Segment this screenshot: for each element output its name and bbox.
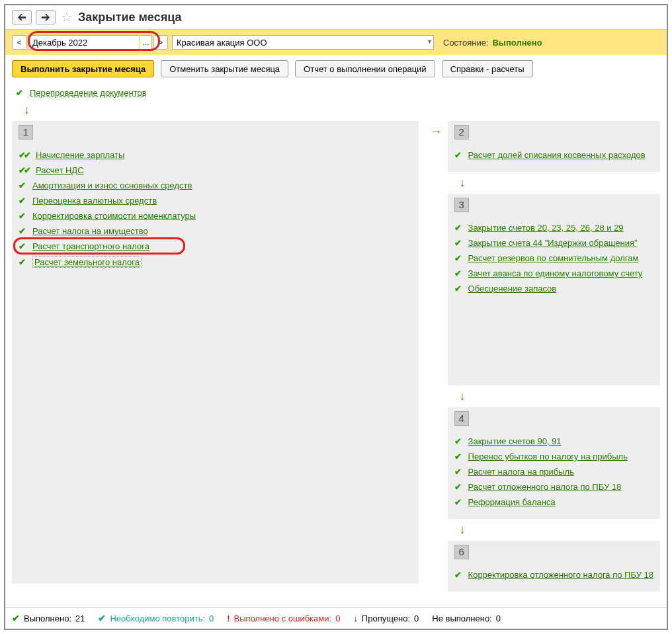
check-icon: ✔ <box>454 467 462 477</box>
op-transport-tax: ✔ Расчет транспортного налога <box>19 241 412 251</box>
filter-toolbar: < … > ▾ Состояние: Выполнено <box>5 30 667 55</box>
op-link[interactable]: Расчет отложенного налога по ПБУ 18 <box>468 482 622 492</box>
check-icon: ✔ <box>454 452 462 461</box>
arrow-down-icon: ↓ <box>460 389 660 403</box>
pre-operation: ✔ Перепроведение документов <box>16 88 660 98</box>
back-button[interactable]: 🡨 <box>12 10 32 24</box>
check-icon: ✔ <box>19 180 26 190</box>
check-icon: ✔ <box>454 436 462 446</box>
stat-errors: ! Выполнено с ошибками: 0 <box>227 614 340 623</box>
stage-4-number: 4 <box>454 411 469 426</box>
references-button[interactable]: Справки - расчеты <box>442 60 533 77</box>
op-link[interactable]: Начисление зарплаты <box>36 150 124 160</box>
content-area: ✔ Перепроведение документов ↓ 1 ✔✔ Начис… <box>5 83 667 607</box>
period-prev-button[interactable]: < <box>12 35 26 50</box>
stat-notdone: Не выполнено: 0 <box>432 614 501 623</box>
stage-4-block: 4 ✔Закрытие счетов 90, 91 ✔Перенос убытк… <box>448 407 660 519</box>
op-link[interactable]: Расчет земельного налога <box>32 257 142 268</box>
op-link[interactable]: Обесценение запасов <box>468 284 557 294</box>
page-title: Закрытие месяца <box>78 11 181 24</box>
forward-button[interactable]: 🡪 <box>36 10 56 24</box>
op-link[interactable]: Расчет долей списания косвенных расходов <box>468 150 646 160</box>
check-icon: ✔ <box>454 238 462 248</box>
check-icon: ✔ <box>19 226 26 236</box>
op-link[interactable]: Расчет НДС <box>36 165 84 175</box>
op-link[interactable]: Закрытие счетов 90, 91 <box>468 436 562 446</box>
stage-3-number: 3 <box>454 198 469 212</box>
op-currency-revaluation: ✔ Переоценка валютных средств <box>19 196 412 206</box>
op-link[interactable]: Расчет налога на имущество <box>32 226 148 236</box>
stat-repeat: ✔ Необходимо повторить: 0 <box>98 613 214 623</box>
stage-3-block: 3 ✔Закрытие счетов 20, 23, 25, 26, 28 и … <box>448 194 660 385</box>
check-icon: ✔ <box>454 268 462 278</box>
stage-1-column: 1 ✔✔ Начисление зарплаты ✔✔ Расчет НДС ✔… <box>12 121 419 585</box>
op-cost-correction: ✔ Корректировка стоимости номенклатуры <box>19 211 412 221</box>
operations-report-button[interactable]: Отчет о выполнении операций <box>295 60 435 77</box>
check-icon: ✔ <box>454 482 462 492</box>
check-icon: ✔ <box>454 497 462 507</box>
action-toolbar: Выполнить закрытие месяца Отменить закры… <box>5 55 667 83</box>
op-link[interactable]: Расчет резервов по сомнительным долгам <box>468 253 639 263</box>
stage-6-number: 6 <box>454 545 469 559</box>
main-window: 🡨 🡪 ☆ Закрытие месяца < … > ▾ Состояние:… <box>4 4 668 630</box>
stage-2-number: 2 <box>454 125 469 139</box>
arrow-down-icon: ↓ <box>460 176 660 190</box>
check-icon: ✔ <box>454 150 462 160</box>
op-link[interactable]: Перенос убытков по налогу на прибыль <box>468 452 628 461</box>
stat-skipped: ↓ Пропущено: 0 <box>353 614 419 623</box>
op-link[interactable]: Зачет аванса по единому налоговому счету <box>468 268 643 278</box>
check-icon: ✔ <box>19 257 26 267</box>
organization-select[interactable] <box>172 35 434 50</box>
arrow-right-icon: → <box>431 125 442 139</box>
error-icon: ! <box>227 614 230 623</box>
check-icon: ✔ <box>454 284 462 294</box>
check-icon: ✔ <box>454 253 462 263</box>
arrow-down-icon: ↓ <box>24 103 660 117</box>
op-property-tax: ✔ Расчет налога на имущество <box>19 226 412 236</box>
op-link[interactable]: Корректировка отложенного налога по ПБУ … <box>468 570 653 580</box>
check-icon: ✔ <box>19 211 26 221</box>
double-check-icon: ✔✔ <box>19 165 29 175</box>
stage-6-block: 6 ✔Корректировка отложенного налога по П… <box>448 541 660 592</box>
op-vat: ✔✔ Расчет НДС <box>19 165 412 175</box>
cancel-close-button[interactable]: Отменить закрытие месяца <box>161 60 288 77</box>
execute-close-button[interactable]: Выполнить закрытие месяца <box>12 60 154 77</box>
stage-1-block: 1 ✔✔ Начисление зарплаты ✔✔ Расчет НДС ✔… <box>12 121 419 584</box>
double-check-icon: ✔✔ <box>19 150 29 160</box>
op-link[interactable]: Реформация баланса <box>468 497 556 507</box>
period-choose-button[interactable]: … <box>140 35 152 50</box>
op-payroll: ✔✔ Начисление зарплаты <box>19 150 412 160</box>
op-link[interactable]: Корректировка стоимости номенклатуры <box>32 211 196 221</box>
check-icon: ✔ <box>19 241 26 251</box>
op-link[interactable]: Расчет налога на прибыль <box>468 467 574 477</box>
period-picker: < … > <box>12 35 168 50</box>
check-icon: ✔ <box>19 196 26 206</box>
skip-arrow-icon: ↓ <box>353 614 358 623</box>
op-link[interactable]: Закрытие счетов 20, 23, 25, 26, 28 и 29 <box>468 223 624 233</box>
op-link[interactable]: Расчет транспортного налога <box>32 241 149 251</box>
stage-1-number: 1 <box>19 125 33 139</box>
status-bar: ✔ Выполнено: 21 ✔ Необходимо повторить: … <box>5 607 667 629</box>
check-icon: ✔ <box>16 88 23 98</box>
favorite-star-icon[interactable]: ☆ <box>61 9 73 25</box>
right-stages: → 2 ✔ Расчет долей списания косвенных ра… <box>431 121 660 593</box>
check-icon: ✔ <box>454 223 462 233</box>
op-depreciation: ✔ Амортизация и износ основных средств <box>19 180 412 190</box>
status-value: Выполнено <box>492 38 542 48</box>
period-next-button[interactable]: > <box>153 35 168 50</box>
status-label: Состояние: <box>443 38 488 48</box>
period-input[interactable] <box>28 35 139 50</box>
recheck-icon: ✔ <box>98 613 106 623</box>
arrow-down-icon: ↓ <box>460 523 660 537</box>
op-land-tax: ✔ Расчет земельного налога <box>19 257 412 268</box>
titlebar: 🡨 🡪 ☆ Закрытие месяца <box>5 5 667 30</box>
check-icon: ✔ <box>454 570 462 580</box>
op-link[interactable]: Переоценка валютных средств <box>32 196 157 206</box>
op-link[interactable]: Закрытие счета 44 "Издержки обращения" <box>468 238 638 248</box>
stage-2-block: 2 ✔ Расчет долей списания косвенных расх… <box>448 121 660 172</box>
stat-done: ✔ Выполнено: 21 <box>12 613 85 623</box>
check-icon: ✔ <box>12 613 20 623</box>
repost-documents-link[interactable]: Перепроведение документов <box>30 88 147 98</box>
op-link[interactable]: Амортизация и износ основных средств <box>32 180 192 190</box>
